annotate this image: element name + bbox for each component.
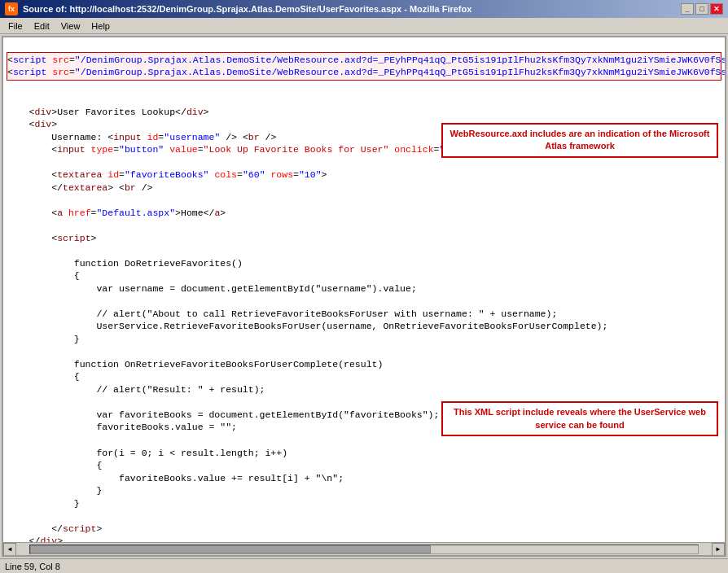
horizontal-scrollbar[interactable]: ◀ ▶ xyxy=(3,542,725,555)
menu-bar: File Edit View Help xyxy=(0,18,728,34)
menu-file[interactable]: File xyxy=(3,20,28,32)
minimize-button[interactable]: _ xyxy=(681,3,694,15)
scroll-left-button[interactable]: ◀ xyxy=(3,543,16,556)
cursor-position: Line 59, Col 8 xyxy=(5,562,60,571)
source-editor: <script src="/DenimGroup.Sprajax.Atlas.D… xyxy=(2,36,726,557)
title-bar: fx Source of: http://localhost:2532/Deni… xyxy=(0,0,728,18)
annotation-webresource: WebResource.axd includes are an indicati… xyxy=(441,123,718,158)
menu-edit[interactable]: Edit xyxy=(29,20,55,32)
status-bar: Line 59, Col 8 xyxy=(0,558,728,573)
menu-view[interactable]: View xyxy=(56,20,86,32)
annotation-xmlscript: This XML script include reveals where th… xyxy=(441,401,718,436)
scrollbar-thumb[interactable] xyxy=(30,545,431,553)
menu-help[interactable]: Help xyxy=(86,20,115,32)
window-title: Source of: http://localhost:2532/DenimGr… xyxy=(23,4,471,14)
maximize-button[interactable]: □ xyxy=(695,3,708,15)
editor-content[interactable]: <script src="/DenimGroup.Sprajax.Atlas.D… xyxy=(3,37,725,542)
close-button[interactable]: ✕ xyxy=(710,3,723,15)
scrollbar-track[interactable] xyxy=(29,545,699,554)
code-display: <script src="/DenimGroup.Sprajax.Atlas.D… xyxy=(3,37,725,542)
scroll-right-button[interactable]: ▶ xyxy=(712,543,725,556)
app-icon: fx xyxy=(5,2,18,15)
